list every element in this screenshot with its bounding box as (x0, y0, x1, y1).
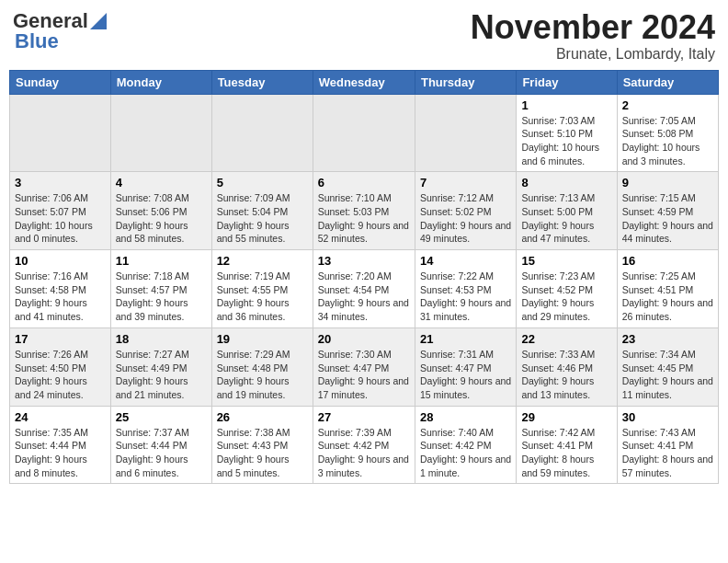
day-number: 29 (521, 410, 611, 424)
table-row: 16Sunrise: 7:25 AM Sunset: 4:51 PM Dayli… (617, 250, 718, 328)
day-info: Sunrise: 7:03 AM Sunset: 5:10 PM Dayligh… (521, 114, 611, 168)
day-info: Sunrise: 7:08 AM Sunset: 5:06 PM Dayligh… (116, 191, 207, 246)
logo-arrow-icon (90, 13, 107, 29)
calendar-week-row: 1Sunrise: 7:03 AM Sunset: 5:10 PM Daylig… (10, 94, 719, 172)
day-number: 23 (622, 332, 713, 346)
day-number: 15 (521, 254, 611, 268)
month-title: November 2024 (471, 9, 715, 46)
day-info: Sunrise: 7:15 AM Sunset: 4:59 PM Dayligh… (622, 191, 713, 246)
col-sunday: Sunday (10, 70, 111, 94)
table-row (10, 94, 111, 172)
table-row: 30Sunrise: 7:43 AM Sunset: 4:41 PM Dayli… (617, 406, 718, 484)
table-row: 26Sunrise: 7:38 AM Sunset: 4:43 PM Dayli… (211, 406, 313, 484)
day-info: Sunrise: 7:42 AM Sunset: 4:41 PM Dayligh… (521, 426, 611, 480)
day-info: Sunrise: 7:40 AM Sunset: 4:42 PM Dayligh… (420, 426, 511, 480)
day-number: 5 (217, 176, 308, 190)
day-info: Sunrise: 7:35 AM Sunset: 4:44 PM Dayligh… (15, 426, 106, 480)
table-row: 1Sunrise: 7:03 AM Sunset: 5:10 PM Daylig… (517, 94, 617, 172)
table-row (110, 94, 211, 172)
col-tuesday: Tuesday (211, 70, 313, 94)
table-row: 19Sunrise: 7:29 AM Sunset: 4:48 PM Dayli… (211, 327, 313, 406)
day-info: Sunrise: 7:31 AM Sunset: 4:47 PM Dayligh… (420, 348, 511, 402)
table-row: 6Sunrise: 7:10 AM Sunset: 5:03 PM Daylig… (313, 172, 415, 250)
table-row (211, 94, 313, 172)
table-row (415, 94, 516, 172)
day-number: 22 (521, 332, 611, 346)
day-number: 6 (318, 176, 410, 190)
day-info: Sunrise: 7:26 AM Sunset: 4:50 PM Dayligh… (15, 348, 106, 402)
day-number: 13 (318, 254, 410, 268)
day-number: 28 (420, 410, 511, 424)
table-row (313, 94, 415, 172)
day-info: Sunrise: 7:22 AM Sunset: 4:53 PM Dayligh… (420, 270, 511, 324)
table-row: 5Sunrise: 7:09 AM Sunset: 5:04 PM Daylig… (211, 172, 313, 250)
day-number: 4 (116, 176, 207, 190)
table-row: 29Sunrise: 7:42 AM Sunset: 4:41 PM Dayli… (517, 406, 617, 484)
table-row: 20Sunrise: 7:30 AM Sunset: 4:47 PM Dayli… (313, 327, 415, 406)
day-info: Sunrise: 7:38 AM Sunset: 4:43 PM Dayligh… (217, 426, 308, 480)
day-info: Sunrise: 7:09 AM Sunset: 5:04 PM Dayligh… (217, 191, 308, 246)
table-row: 4Sunrise: 7:08 AM Sunset: 5:06 PM Daylig… (110, 172, 211, 250)
day-number: 8 (521, 176, 611, 190)
day-number: 1 (521, 98, 611, 112)
day-info: Sunrise: 7:05 AM Sunset: 5:08 PM Dayligh… (622, 114, 713, 168)
title-block: November 2024 Brunate, Lombardy, Italy (471, 9, 715, 63)
table-row: 7Sunrise: 7:12 AM Sunset: 5:02 PM Daylig… (415, 172, 516, 250)
day-info: Sunrise: 7:37 AM Sunset: 4:44 PM Dayligh… (116, 426, 207, 480)
day-info: Sunrise: 7:23 AM Sunset: 4:52 PM Dayligh… (521, 270, 611, 324)
calendar-table: Sunday Monday Tuesday Wednesday Thursday… (9, 70, 719, 485)
day-number: 21 (420, 332, 511, 346)
day-number: 19 (217, 332, 308, 346)
day-info: Sunrise: 7:25 AM Sunset: 4:51 PM Dayligh… (622, 270, 713, 324)
logo-blue: Blue (13, 29, 59, 53)
table-row: 28Sunrise: 7:40 AM Sunset: 4:42 PM Dayli… (415, 406, 516, 484)
table-row: 10Sunrise: 7:16 AM Sunset: 4:58 PM Dayli… (10, 250, 111, 328)
table-row: 15Sunrise: 7:23 AM Sunset: 4:52 PM Dayli… (517, 250, 617, 328)
page-header: General Blue November 2024 Brunate, Lomb… (9, 9, 719, 63)
table-row: 9Sunrise: 7:15 AM Sunset: 4:59 PM Daylig… (617, 172, 718, 250)
day-info: Sunrise: 7:34 AM Sunset: 4:45 PM Dayligh… (622, 348, 713, 402)
table-row: 23Sunrise: 7:34 AM Sunset: 4:45 PM Dayli… (617, 327, 718, 406)
col-thursday: Thursday (415, 70, 516, 94)
table-row: 13Sunrise: 7:20 AM Sunset: 4:54 PM Dayli… (313, 250, 415, 328)
day-number: 10 (15, 254, 106, 268)
calendar-week-row: 3Sunrise: 7:06 AM Sunset: 5:07 PM Daylig… (10, 172, 719, 250)
day-number: 11 (116, 254, 207, 268)
day-number: 27 (318, 410, 410, 424)
day-number: 2 (622, 98, 713, 112)
day-number: 24 (15, 410, 106, 424)
day-number: 18 (116, 332, 207, 346)
table-row: 21Sunrise: 7:31 AM Sunset: 4:47 PM Dayli… (415, 327, 516, 406)
table-row: 8Sunrise: 7:13 AM Sunset: 5:00 PM Daylig… (517, 172, 617, 250)
day-info: Sunrise: 7:29 AM Sunset: 4:48 PM Dayligh… (217, 348, 308, 402)
logo: General Blue (13, 9, 107, 53)
day-number: 3 (15, 176, 106, 190)
day-number: 30 (622, 410, 713, 424)
table-row: 27Sunrise: 7:39 AM Sunset: 4:42 PM Dayli… (313, 406, 415, 484)
day-number: 9 (622, 176, 713, 190)
day-info: Sunrise: 7:18 AM Sunset: 4:57 PM Dayligh… (116, 270, 207, 324)
table-row: 17Sunrise: 7:26 AM Sunset: 4:50 PM Dayli… (10, 327, 111, 406)
day-number: 25 (116, 410, 207, 424)
day-info: Sunrise: 7:06 AM Sunset: 5:07 PM Dayligh… (15, 191, 106, 246)
day-number: 17 (15, 332, 106, 346)
day-info: Sunrise: 7:10 AM Sunset: 5:03 PM Dayligh… (318, 191, 410, 246)
day-number: 12 (217, 254, 308, 268)
day-info: Sunrise: 7:13 AM Sunset: 5:00 PM Dayligh… (521, 191, 611, 246)
table-row: 14Sunrise: 7:22 AM Sunset: 4:53 PM Dayli… (415, 250, 516, 328)
table-row: 2Sunrise: 7:05 AM Sunset: 5:08 PM Daylig… (617, 94, 718, 172)
table-row: 12Sunrise: 7:19 AM Sunset: 4:55 PM Dayli… (211, 250, 313, 328)
col-wednesday: Wednesday (313, 70, 415, 94)
day-info: Sunrise: 7:16 AM Sunset: 4:58 PM Dayligh… (15, 270, 106, 324)
day-number: 16 (622, 254, 713, 268)
col-monday: Monday (110, 70, 211, 94)
day-number: 20 (318, 332, 410, 346)
day-info: Sunrise: 7:27 AM Sunset: 4:49 PM Dayligh… (116, 348, 207, 402)
col-friday: Friday (517, 70, 617, 94)
calendar-week-row: 10Sunrise: 7:16 AM Sunset: 4:58 PM Dayli… (10, 250, 719, 328)
location: Brunate, Lombardy, Italy (471, 46, 715, 63)
table-row: 3Sunrise: 7:06 AM Sunset: 5:07 PM Daylig… (10, 172, 111, 250)
day-info: Sunrise: 7:20 AM Sunset: 4:54 PM Dayligh… (318, 270, 410, 324)
svg-marker-0 (90, 13, 107, 29)
day-info: Sunrise: 7:33 AM Sunset: 4:46 PM Dayligh… (521, 348, 611, 402)
